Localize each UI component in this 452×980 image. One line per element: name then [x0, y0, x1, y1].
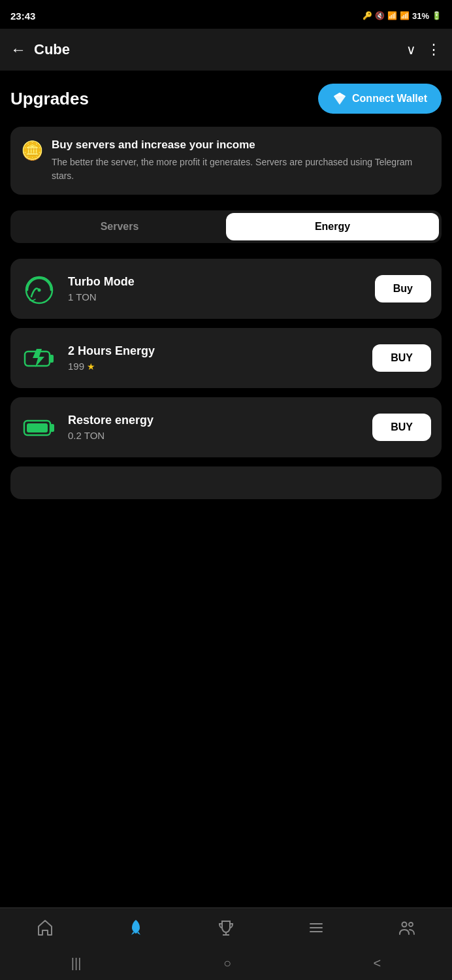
- restore-energy-icon-wrap: [21, 409, 57, 446]
- status-bar: 23:43 🔑 🔇 📶 📶 31% 🔋: [0, 0, 452, 29]
- status-icons: 🔑 🔇 📶 📶 31% 🔋: [363, 11, 442, 21]
- turbo-mode-icon-wrap: [21, 270, 57, 307]
- connect-wallet-button[interactable]: Connect Wallet: [318, 84, 442, 114]
- svg-rect-3: [50, 355, 54, 363]
- signal-icon: 📶: [400, 11, 410, 20]
- bottom-nav: [0, 907, 452, 946]
- upgrades-title: Upgrades: [10, 89, 89, 109]
- battery-full-icon: [22, 410, 56, 444]
- upgrades-header: Upgrades Connect Wallet: [10, 84, 442, 114]
- battery-indicator: 31%: [412, 11, 429, 21]
- upgrade-card-turbo-mode: Turbo Mode 1 TON Buy: [10, 259, 442, 319]
- back-button[interactable]: ←: [10, 41, 26, 59]
- more-button[interactable]: ⋮: [427, 41, 442, 58]
- nav-item-people[interactable]: [390, 916, 424, 939]
- star-icon: ★: [87, 361, 95, 372]
- nav-right: ∨ ⋮: [406, 41, 442, 58]
- tab-switcher: Servers Energy: [10, 210, 442, 243]
- mute-icon: 🔇: [375, 11, 385, 20]
- nav-item-trophy[interactable]: [209, 916, 243, 939]
- 2-hours-energy-price: 199 ★: [68, 361, 362, 372]
- restore-energy-buy-button[interactable]: BUY: [372, 414, 431, 441]
- wifi-icon: 📶: [387, 11, 397, 20]
- list-icon: [307, 919, 325, 937]
- partial-card: [10, 466, 442, 499]
- 2-hours-energy-buy-button[interactable]: BUY: [372, 344, 431, 372]
- android-nav: ||| ○ <: [0, 946, 452, 980]
- turbo-mode-price: 1 TON: [68, 291, 364, 302]
- 2-hours-energy-name: 2 Hours Energy: [68, 344, 362, 358]
- svg-rect-5: [50, 424, 54, 432]
- info-description: The better the server, the more profit i…: [52, 155, 431, 183]
- svg-point-7: [134, 926, 137, 929]
- page-title: Cube: [34, 41, 70, 58]
- key-icon: 🔑: [363, 11, 372, 20]
- coins-icon: 🪙: [21, 140, 44, 161]
- people-icon: [398, 919, 416, 937]
- info-card: 🪙 Buy servers and increase your income T…: [10, 127, 442, 195]
- android-home-button[interactable]: ○: [223, 956, 231, 971]
- connect-wallet-label: Connect Wallet: [352, 93, 427, 105]
- status-time: 23:43: [10, 10, 35, 22]
- upgrade-card-restore-energy: Restore energy 0.2 TON BUY: [10, 397, 442, 457]
- svg-point-13: [402, 923, 406, 927]
- upgrade-card-2-hours-energy: 2 Hours Energy 199 ★ BUY: [10, 328, 442, 388]
- nav-item-home[interactable]: [28, 916, 62, 939]
- 2-hours-energy-info: 2 Hours Energy 199 ★: [68, 344, 362, 372]
- trophy-icon: [217, 919, 235, 937]
- rocket-icon: [127, 919, 145, 937]
- home-icon: [36, 919, 54, 937]
- svg-rect-6: [27, 423, 48, 433]
- turbo-mode-buy-button[interactable]: Buy: [375, 275, 431, 302]
- nav-item-rocket[interactable]: [119, 916, 153, 939]
- android-recent-button[interactable]: |||: [71, 956, 82, 971]
- nav-bar: ← Cube ∨ ⋮: [0, 29, 452, 71]
- android-back-button[interactable]: <: [374, 956, 381, 971]
- charging-icon: [22, 341, 56, 375]
- turbo-mode-info: Turbo Mode 1 TON: [68, 275, 364, 302]
- speedometer-icon: [22, 272, 56, 306]
- restore-energy-info: Restore energy 0.2 TON: [68, 414, 362, 441]
- dropdown-button[interactable]: ∨: [406, 42, 416, 57]
- tab-energy[interactable]: Energy: [226, 213, 439, 240]
- svg-point-14: [409, 923, 413, 926]
- info-text: Buy servers and increase your income The…: [52, 139, 431, 183]
- turbo-mode-name: Turbo Mode: [68, 275, 364, 289]
- ton-icon: [332, 91, 347, 106]
- restore-energy-name: Restore energy: [68, 414, 362, 427]
- info-title: Buy servers and increase your income: [52, 139, 431, 152]
- nav-item-list[interactable]: [299, 916, 333, 939]
- battery-icon: 🔋: [432, 11, 442, 20]
- svg-point-1: [38, 289, 41, 292]
- restore-energy-price: 0.2 TON: [68, 430, 362, 441]
- nav-left: ← Cube: [10, 41, 70, 59]
- main-content: Upgrades Connect Wallet 🪙 Buy servers an…: [0, 71, 452, 523]
- 2-hours-energy-icon-wrap: [21, 340, 57, 376]
- tab-servers[interactable]: Servers: [13, 213, 226, 240]
